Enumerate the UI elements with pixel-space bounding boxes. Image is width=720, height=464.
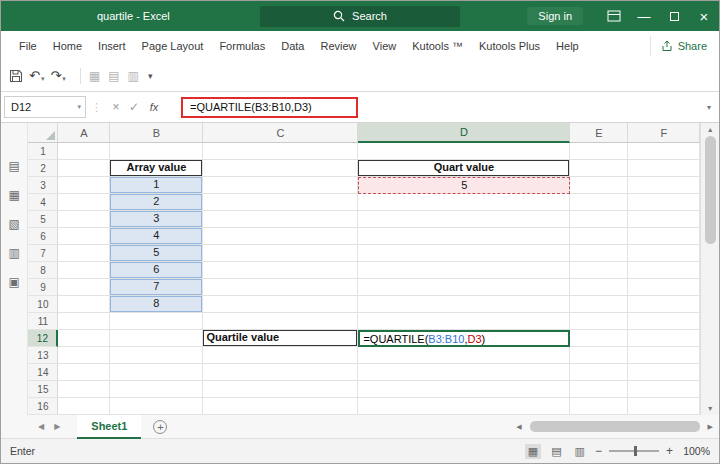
row-header-5[interactable]: 5 [28, 211, 58, 228]
cell-F3[interactable] [628, 177, 700, 194]
row-header-3[interactable]: 3 [28, 177, 58, 194]
cell-C10[interactable] [203, 296, 358, 313]
cell-A3[interactable] [58, 177, 110, 194]
zoom-slider-thumb[interactable] [634, 446, 637, 456]
cancel-icon[interactable]: × [107, 100, 125, 114]
ribbon-tab-file[interactable]: File [11, 31, 45, 61]
cell-F11[interactable] [628, 313, 700, 330]
cell-D6[interactable] [358, 228, 570, 245]
cell-E5[interactable] [570, 211, 628, 228]
cell-D3[interactable]: 5 [358, 177, 570, 194]
column-header-D[interactable]: D [358, 123, 570, 143]
cell-F13[interactable] [628, 347, 700, 364]
insert-function-icon[interactable]: fx [143, 101, 165, 113]
qat-layout-icon[interactable]: ▤ [108, 69, 119, 83]
cell-E2[interactable] [570, 160, 628, 177]
cell-D8[interactable] [358, 262, 570, 279]
cell-A10[interactable] [58, 296, 110, 313]
scroll-down-icon[interactable]: ▼ [707, 405, 714, 415]
kutools-pane-icon-5[interactable]: ▣ [9, 275, 20, 289]
column-header-F[interactable]: F [628, 123, 700, 143]
name-box[interactable]: D12 ▾ [4, 96, 86, 118]
formula-input[interactable]: =QUARTILE(B3:B10,D3) ▾ [165, 97, 719, 118]
cell-A9[interactable] [58, 279, 110, 296]
page-break-view-icon[interactable]: ▥ [572, 444, 588, 459]
cell-D16[interactable] [358, 398, 570, 415]
sign-in-button[interactable]: Sign in [527, 7, 583, 25]
cell-A16[interactable] [58, 398, 110, 415]
ribbon-tab-review[interactable]: Review [312, 31, 364, 61]
cell-E16[interactable] [570, 398, 628, 415]
row-header-8[interactable]: 8 [28, 262, 58, 279]
row-header-16[interactable]: 16 [28, 398, 58, 415]
row-header-6[interactable]: 6 [28, 228, 58, 245]
cell-B9[interactable]: 7 [110, 279, 203, 296]
row-header-13[interactable]: 13 [28, 347, 58, 364]
cell-B12[interactable] [110, 330, 203, 347]
undo-button[interactable]: ↶ ▾ [29, 69, 44, 83]
kutools-pane-icon-2[interactable]: ▦ [9, 188, 20, 202]
scroll-left-icon[interactable]: ◀ [512, 423, 525, 431]
cell-E6[interactable] [570, 228, 628, 245]
cell-B10[interactable]: 8 [110, 296, 203, 313]
cell-F4[interactable] [628, 194, 700, 211]
cell-F10[interactable] [628, 296, 700, 313]
cell-C2[interactable] [203, 160, 358, 177]
cell-C6[interactable] [203, 228, 358, 245]
cell-B8[interactable]: 6 [110, 262, 203, 279]
minimize-icon[interactable]: — [629, 1, 659, 31]
qat-table-icon[interactable]: ▦ [89, 69, 100, 83]
cell-B2[interactable]: Array value [110, 160, 203, 177]
cell-E13[interactable] [570, 347, 628, 364]
cell-F2[interactable] [628, 160, 700, 177]
enter-icon[interactable]: ✓ [125, 100, 143, 114]
share-button[interactable]: Share [650, 36, 707, 56]
cell-D4[interactable] [358, 194, 570, 211]
scroll-up-icon[interactable]: ▲ [707, 126, 714, 133]
cell-D9[interactable] [358, 279, 570, 296]
cell-D13[interactable] [358, 347, 570, 364]
row-header-11[interactable]: 11 [28, 313, 58, 330]
kutools-pane-icon-4[interactable]: ▥ [9, 246, 20, 260]
zoom-in-icon[interactable]: + [666, 444, 673, 458]
cell-A14[interactable] [58, 364, 110, 381]
cell-B15[interactable] [110, 381, 203, 398]
cell-D10[interactable] [358, 296, 570, 313]
ribbon-tab-help[interactable]: Help [548, 31, 587, 61]
cell-F15[interactable] [628, 381, 700, 398]
cell-A11[interactable] [58, 313, 110, 330]
cell-C11[interactable] [203, 313, 358, 330]
cell-F16[interactable] [628, 398, 700, 415]
vertical-scroll-thumb[interactable] [705, 136, 716, 244]
cell-C13[interactable] [203, 347, 358, 364]
row-header-2[interactable]: 2 [28, 160, 58, 177]
select-all-button[interactable] [28, 123, 58, 143]
cell-D7[interactable] [358, 245, 570, 262]
cell-A6[interactable] [58, 228, 110, 245]
cell-B13[interactable] [110, 347, 203, 364]
row-header-4[interactable]: 4 [28, 194, 58, 211]
cell-B3[interactable]: 1 [110, 177, 203, 194]
ribbon-tab-kutools-plus[interactable]: Kutools Plus [471, 31, 548, 61]
cell-C14[interactable] [203, 364, 358, 381]
cell-A4[interactable] [58, 194, 110, 211]
cell-C1[interactable] [203, 143, 358, 160]
search-box[interactable]: Search [260, 6, 460, 27]
cell-E7[interactable] [570, 245, 628, 262]
cell-E14[interactable] [570, 364, 628, 381]
cell-D1[interactable] [358, 143, 570, 160]
zoom-out-icon[interactable]: − [595, 444, 602, 458]
zoom-level[interactable]: 100% [680, 445, 710, 457]
restore-icon[interactable] [659, 1, 689, 31]
row-header-1[interactable]: 1 [28, 143, 58, 160]
cell-B5[interactable]: 3 [110, 211, 203, 228]
cell-A13[interactable] [58, 347, 110, 364]
qat-borders-icon[interactable]: ▥ [128, 69, 139, 83]
cell-D2[interactable]: Quart value [358, 160, 570, 177]
ribbon-display-options-icon[interactable] [599, 1, 629, 31]
sheet-nav-right-icon[interactable]: ▶ [49, 422, 65, 431]
column-header-A[interactable]: A [58, 123, 110, 143]
cell-B1[interactable] [110, 143, 203, 160]
cell-B7[interactable]: 5 [110, 245, 203, 262]
cell-F5[interactable] [628, 211, 700, 228]
